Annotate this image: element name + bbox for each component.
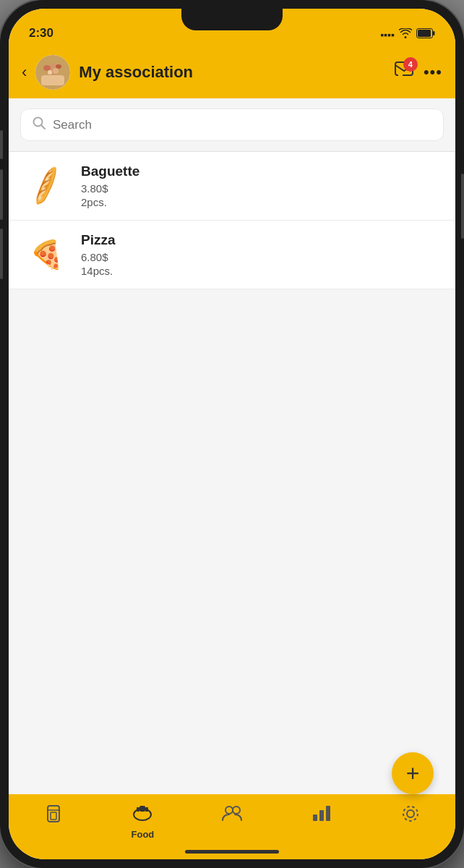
page-title: My association bbox=[79, 63, 386, 82]
stats-icon bbox=[312, 804, 331, 826]
food-nav-label: Food bbox=[132, 829, 155, 840]
status-bar: 2:30 ▪▪▪▪ bbox=[9, 9, 455, 46]
item-qty: 2pcs. bbox=[81, 196, 441, 208]
svg-point-21 bbox=[225, 807, 233, 814]
more-options-button[interactable]: ••• bbox=[424, 63, 442, 82]
header-actions: 4 ••• bbox=[395, 61, 442, 83]
nav-item-drinks[interactable] bbox=[9, 801, 98, 829]
item-qty: 14pcs. bbox=[81, 265, 441, 277]
pizza-image: 🍕 bbox=[23, 239, 69, 271]
back-button[interactable]: ‹ bbox=[22, 63, 27, 82]
svg-rect-24 bbox=[319, 810, 324, 821]
svg-rect-23 bbox=[313, 814, 317, 821]
nav-item-stats[interactable] bbox=[277, 801, 366, 826]
nav-item-food[interactable]: Food bbox=[98, 801, 188, 840]
wifi-icon bbox=[399, 28, 412, 41]
svg-line-13 bbox=[41, 125, 45, 129]
svg-point-22 bbox=[233, 807, 240, 814]
item-info: Baguette 3.80$ 2pcs. bbox=[81, 163, 441, 208]
item-price: 3.80$ bbox=[81, 182, 441, 195]
phone-frame: 2:30 ▪▪▪▪ bbox=[0, 0, 464, 868]
svg-point-27 bbox=[403, 807, 418, 821]
item-name: Pizza bbox=[81, 232, 441, 248]
notification-badge: 4 bbox=[403, 57, 418, 72]
search-bar-container bbox=[9, 98, 455, 152]
svg-rect-1 bbox=[418, 30, 431, 37]
content-area: 🥖 Baguette 3.80$ 2pcs. 🍕 Pizza 6.80$ 14p… bbox=[9, 152, 455, 794]
drinks-icon bbox=[45, 804, 62, 829]
svg-rect-7 bbox=[41, 75, 64, 85]
search-bar[interactable] bbox=[20, 109, 444, 141]
svg-rect-20 bbox=[145, 807, 148, 812]
nav-item-settings[interactable] bbox=[366, 801, 455, 827]
table-row[interactable]: 🥖 Baguette 3.80$ 2pcs. bbox=[9, 152, 455, 221]
item-price: 6.80$ bbox=[81, 251, 441, 263]
svg-point-9 bbox=[53, 68, 59, 74]
volume-up-button[interactable] bbox=[0, 130, 3, 159]
search-icon bbox=[33, 116, 46, 133]
svg-point-6 bbox=[56, 64, 61, 69]
table-row[interactable]: 🍕 Pizza 6.80$ 14pcs. bbox=[9, 221, 455, 289]
people-icon bbox=[222, 804, 242, 826]
svg-point-8 bbox=[48, 70, 52, 75]
silent-button[interactable] bbox=[0, 229, 3, 279]
svg-rect-2 bbox=[433, 31, 435, 35]
svg-point-5 bbox=[43, 65, 51, 71]
header: ‹ My association bbox=[9, 46, 455, 98]
svg-point-26 bbox=[407, 810, 414, 817]
items-list: 🥖 Baguette 3.80$ 2pcs. 🍕 Pizza 6.80$ 14p… bbox=[9, 152, 455, 289]
notification-button[interactable]: 4 bbox=[395, 61, 413, 83]
baguette-image: 🥖 bbox=[19, 163, 73, 208]
home-indicator bbox=[185, 850, 279, 854]
status-time: 2:30 bbox=[29, 26, 53, 41]
item-info: Pizza 6.80$ 14pcs. bbox=[81, 232, 441, 277]
search-input[interactable] bbox=[53, 118, 431, 132]
nav-item-people[interactable] bbox=[187, 801, 277, 826]
settings-icon bbox=[401, 804, 420, 827]
power-button[interactable] bbox=[461, 174, 464, 239]
svg-rect-18 bbox=[139, 806, 145, 812]
food-icon bbox=[132, 804, 152, 826]
notch bbox=[181, 9, 283, 30]
avatar bbox=[35, 55, 70, 90]
battery-icon bbox=[416, 28, 435, 41]
status-icons: ▪▪▪▪ bbox=[380, 28, 435, 41]
item-name: Baguette bbox=[81, 163, 441, 179]
svg-rect-25 bbox=[326, 806, 330, 821]
volume-down-button[interactable] bbox=[0, 169, 3, 220]
screen: 2:30 ▪▪▪▪ bbox=[9, 9, 455, 859]
signal-icon: ▪▪▪▪ bbox=[380, 29, 395, 41]
svg-rect-19 bbox=[137, 807, 139, 812]
add-item-button[interactable]: + bbox=[392, 752, 434, 794]
svg-rect-16 bbox=[51, 812, 56, 820]
